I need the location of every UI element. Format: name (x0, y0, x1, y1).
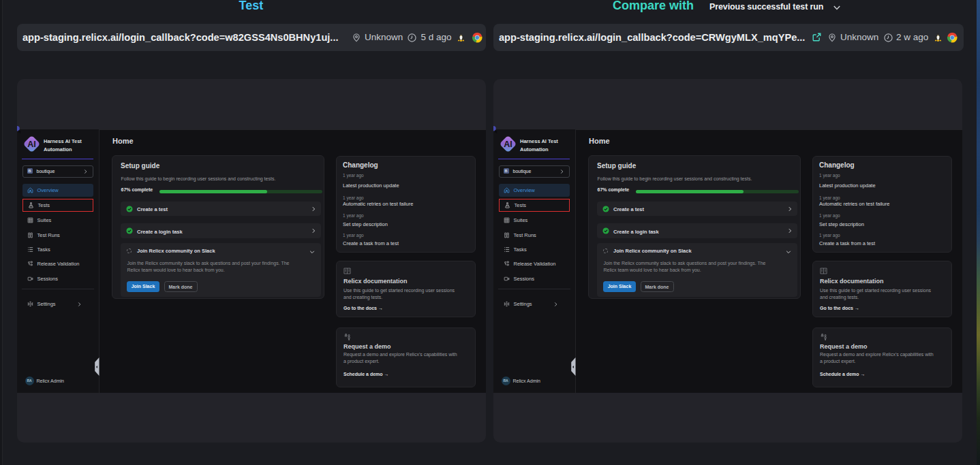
svg-text:AI: AI (27, 140, 36, 149)
svg-text:AI: AI (504, 140, 512, 149)
